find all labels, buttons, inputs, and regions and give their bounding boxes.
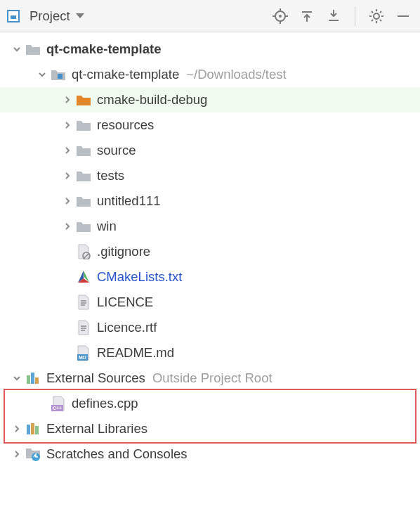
markdown-file-icon: MD [74, 345, 93, 361]
chevron-right-icon[interactable] [60, 172, 74, 180]
tree-node-licence-rtf[interactable]: Licence.rtf [0, 315, 420, 340]
tree-node-label: External Libraries [46, 421, 147, 437]
text-file-icon [74, 320, 93, 335]
external-libraries-icon [24, 422, 42, 436]
view-selector[interactable]: Project [7, 8, 84, 24]
project-tree: qt-cmake-template qt-cmake-template ~/Do… [0, 32, 420, 467]
scratches-icon [24, 446, 42, 462]
svg-point-10 [374, 13, 379, 19]
folder-icon [24, 43, 42, 56]
tree-node-tests[interactable]: tests [0, 163, 420, 188]
tree-node-hint: Outside Project Root [152, 370, 273, 386]
chevron-right-icon[interactable] [60, 121, 74, 129]
tree-node-root[interactable]: qt-cmake-template [0, 37, 420, 62]
minimize-icon[interactable] [393, 6, 413, 26]
chevron-right-icon[interactable] [60, 222, 74, 231]
view-selector-label: Project [29, 8, 70, 24]
file-ignore-icon [74, 244, 93, 259]
tree-node-label: untitled111 [97, 193, 161, 209]
tree-node-readme[interactable]: MD README.md [0, 340, 420, 366]
tree-node-module[interactable]: qt-cmake-template ~/Downloads/test [0, 62, 420, 87]
module-icon [49, 68, 67, 81]
folder-excluded-icon [74, 93, 93, 106]
svg-rect-42 [35, 426, 39, 434]
gear-icon[interactable] [367, 6, 386, 26]
svg-rect-40 [27, 425, 30, 434]
folder-icon [74, 195, 93, 207]
svg-rect-37 [35, 377, 39, 384]
expand-all-icon[interactable] [297, 6, 317, 26]
tree-node-label: tests [97, 168, 124, 183]
svg-rect-36 [31, 373, 34, 384]
tree-node-win[interactable]: win [0, 214, 420, 239]
toolbar-right [270, 6, 413, 26]
toolbar-left: Project [7, 8, 270, 24]
tree-node-cmakelists[interactable]: CMakeLists.txt [0, 264, 420, 290]
chevron-right-icon[interactable] [60, 96, 74, 104]
chevron-down-icon[interactable] [10, 45, 24, 53]
tree-node-defines-cpp[interactable]: C++ defines.cpp [0, 391, 420, 416]
chevron-down-icon [76, 13, 84, 18]
svg-line-17 [372, 20, 373, 21]
tree-node-cmake-build-debug[interactable]: cmake-build-debug [0, 87, 420, 112]
tree-node-label: Scratches and Consoles [46, 446, 188, 462]
tree-node-scratches[interactable]: Scratches and Consoles [0, 441, 420, 467]
tree-node-label: win [97, 219, 117, 234]
project-view-icon [7, 10, 20, 22]
svg-point-1 [279, 15, 282, 18]
chevron-right-icon[interactable] [10, 425, 24, 433]
folder-icon [74, 119, 93, 131]
tree-node-label: .gitignore [97, 244, 150, 259]
tree-node-label: qt-cmake-template [72, 67, 179, 82]
project-pane-toolbar: Project [0, 0, 420, 32]
tree-node-label: resources [97, 117, 154, 133]
svg-rect-35 [27, 375, 30, 384]
chevron-right-icon[interactable] [60, 197, 74, 205]
cpp-file-icon: C++ [49, 396, 67, 411]
cmake-file-icon [74, 270, 93, 284]
chevron-down-icon[interactable] [35, 70, 49, 79]
chevron-right-icon[interactable] [60, 146, 74, 155]
svg-text:C++: C++ [53, 406, 62, 411]
toolbar-separator [355, 6, 355, 26]
tree-node-source[interactable]: source [0, 138, 420, 163]
svg-rect-20 [58, 74, 63, 79]
tree-node-label: CMakeLists.txt [97, 269, 182, 285]
svg-line-18 [380, 11, 381, 13]
svg-rect-41 [31, 423, 34, 434]
tree-node-licence[interactable]: LICENCE [0, 290, 420, 315]
folder-icon [74, 220, 93, 233]
collapse-all-icon[interactable] [324, 6, 343, 26]
tree-node-label: qt-cmake-template [46, 41, 161, 57]
tree-node-label: source [97, 143, 136, 158]
tree-node-label: External Sources [46, 370, 145, 386]
tree-node-label: Licence.rtf [97, 320, 157, 335]
chevron-right-icon[interactable] [10, 450, 24, 458]
tree-node-label: README.md [97, 345, 174, 361]
text-file-icon [74, 295, 93, 310]
svg-line-16 [380, 20, 381, 21]
tree-node-external-sources[interactable]: External Sources Outside Project Root [0, 366, 420, 391]
svg-text:MD: MD [79, 355, 86, 360]
locate-icon[interactable] [270, 6, 290, 26]
tree-node-label: cmake-build-debug [97, 92, 207, 108]
tree-node-path: ~/Downloads/test [186, 67, 286, 82]
tree-node-resources[interactable]: resources [0, 112, 420, 138]
external-sources-icon [24, 371, 42, 385]
folder-icon [74, 169, 93, 182]
folder-icon [74, 144, 93, 157]
tree-node-gitignore[interactable]: .gitignore [0, 239, 420, 264]
chevron-down-icon[interactable] [10, 374, 24, 382]
tree-node-external-libraries[interactable]: External Libraries [0, 416, 420, 441]
tree-node-untitled[interactable]: untitled111 [0, 188, 420, 214]
svg-line-15 [372, 11, 373, 13]
tree-node-label: defines.cpp [72, 396, 138, 411]
tree-node-label: LICENCE [97, 295, 153, 310]
